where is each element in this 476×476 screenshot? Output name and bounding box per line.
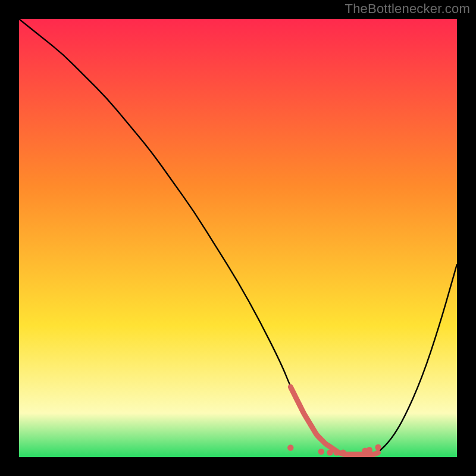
chart-svg [19, 19, 457, 457]
chart-container: TheBottlenecker.com [0, 0, 476, 476]
accent-dot [333, 449, 339, 455]
accent-dot [375, 444, 381, 450]
gradient-background [19, 19, 457, 457]
accent-dot [340, 449, 346, 455]
accent-dot [287, 444, 293, 450]
plot-area [19, 19, 457, 457]
accent-dot [327, 449, 333, 455]
accent-dot [318, 449, 324, 455]
attribution-text: TheBottlenecker.com [345, 1, 470, 17]
accent-dot [367, 447, 372, 453]
